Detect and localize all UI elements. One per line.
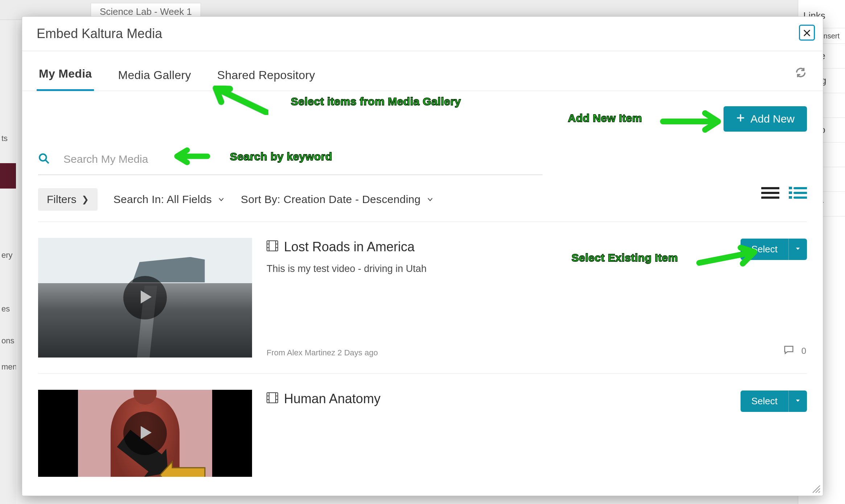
refresh-icon [795, 74, 807, 80]
media-thumbnail[interactable] [38, 390, 252, 477]
chevron-right-icon: ❯ [82, 194, 89, 205]
comment-icon [783, 344, 794, 358]
chevron-down-icon [795, 245, 801, 253]
play-icon [136, 288, 154, 307]
chevron-down-icon [218, 193, 225, 206]
sort-by-dropdown[interactable]: Sort By: Creation Date - Descending [241, 193, 434, 206]
media-meta: From Alex Martinez 2 Days ago [267, 348, 807, 358]
add-new-label: Add New [750, 113, 795, 125]
select-split-button: Select [741, 391, 807, 412]
view-detail-button[interactable] [789, 186, 807, 202]
media-row: Lost Roads in America This is my test vi… [38, 222, 807, 374]
select-button[interactable]: Select [741, 391, 788, 412]
control-row: Filters ❯ Search In: All Fields Sort By:… [38, 188, 807, 222]
play-icon [136, 424, 154, 443]
media-title[interactable]: Lost Roads in America [284, 239, 415, 255]
chevron-down-icon [426, 193, 434, 206]
media-title-row: Human Anatomy [267, 391, 807, 406]
list-detail-icon [789, 190, 807, 202]
bg-left-item: es [0, 303, 16, 315]
chevron-down-icon [795, 397, 801, 405]
tab-my-media[interactable]: My Media [37, 63, 94, 91]
play-overlay [123, 276, 167, 319]
modal-title: Embed Kaltura Media [37, 26, 162, 41]
modal-header: Embed Kaltura Media [22, 17, 823, 51]
background-left-active [0, 163, 16, 189]
add-new-button[interactable]: Add New [724, 106, 807, 132]
bg-left-item: ery [0, 249, 16, 261]
media-thumbnail[interactable] [38, 238, 252, 358]
bg-left-item: men [0, 361, 16, 373]
select-split-button: Select [741, 239, 807, 260]
search-in-dropdown[interactable]: Search In: All Fields [114, 193, 225, 206]
search-icon [38, 153, 50, 166]
play-overlay [123, 412, 167, 455]
media-row: Human Anatomy Select [38, 374, 807, 477]
select-dropdown-button[interactable] [788, 239, 807, 260]
comment-count: 0 [801, 346, 806, 356]
svg-rect-2 [789, 191, 792, 194]
search-in-label: Search In: All Fields [114, 193, 212, 206]
media-title[interactable]: Human Anatomy [284, 391, 380, 406]
view-compact-button[interactable] [761, 186, 779, 202]
sort-by-label: Sort By: Creation Date - Descending [241, 193, 421, 206]
yellow-arrow-graphic [158, 459, 209, 477]
svg-rect-1 [789, 187, 792, 189]
filters-label: Filters [47, 193, 77, 206]
select-button[interactable]: Select [741, 239, 788, 260]
list-compact-icon [761, 190, 779, 202]
tab-shared-repository[interactable]: Shared Repository [215, 65, 317, 91]
svg-point-0 [40, 154, 46, 161]
media-description: This is my test video - driving in Utah [267, 263, 807, 274]
media-title-row: Lost Roads in America [267, 239, 807, 255]
select-dropdown-button[interactable] [788, 391, 807, 412]
filters-button[interactable]: Filters ❯ [38, 188, 98, 211]
media-comments[interactable]: 0 [783, 344, 806, 358]
embed-media-modal: Embed Kaltura Media My Media Media Galle… [22, 16, 823, 496]
svg-rect-4 [267, 241, 278, 251]
svg-rect-3 [789, 196, 792, 199]
search-input[interactable] [63, 153, 543, 166]
bg-left-item: ts [0, 132, 16, 145]
close-button[interactable] [799, 25, 815, 41]
plus-icon [736, 113, 745, 125]
media-body: Human Anatomy Select [267, 390, 807, 477]
tab-media-gallery[interactable]: Media Gallery [116, 65, 193, 91]
refresh-button[interactable] [795, 66, 807, 80]
background-left-rail: ts ery es ons men [0, 20, 16, 504]
close-icon [803, 25, 811, 40]
resize-grip[interactable] [811, 483, 821, 493]
view-toggle [761, 186, 807, 202]
svg-rect-5 [267, 393, 278, 403]
bg-left-item: ons [0, 335, 16, 347]
film-icon [267, 391, 278, 406]
search-row [38, 153, 543, 175]
film-icon [267, 239, 278, 255]
media-list: Lost Roads in America This is my test vi… [38, 222, 807, 477]
media-body: Lost Roads in America This is my test vi… [267, 238, 807, 358]
tab-row: My Media Media Gallery Shared Repository [22, 63, 823, 91]
action-row: Add New [22, 91, 823, 132]
